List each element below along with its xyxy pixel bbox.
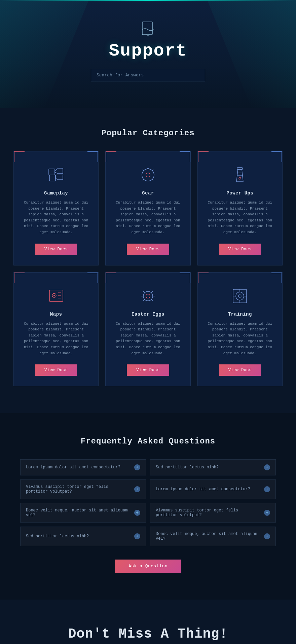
svg-rect-2 [49,175,56,181]
faq-item-q3[interactable]: Vivamus suscipit tortor eget felis portt… [20,479,146,499]
card-gameplay-desc: Curabitur aliquet quam id dui posuere bl… [22,200,90,236]
faq-expand-q1[interactable]: + [134,464,140,470]
maps-icon [46,286,66,306]
faq-expand-q2[interactable]: + [264,464,270,470]
ask-question-button[interactable]: Ask a Question [115,560,181,573]
faq-expand-q8[interactable]: + [264,533,270,539]
faq-question-q7: Sed porttitor lectus nibh? [26,534,132,539]
faq-expand-q4[interactable]: + [264,486,270,492]
faq-item-q1[interactable]: Lorem ipsum dolor sit amet consectetur? … [20,459,146,475]
card-power-ups: Power Ups Curabitur aliquet quam id dui … [197,151,283,265]
faq-item-q8[interactable]: Donec velit neque, auctor sit amet aliqu… [150,527,276,546]
faq-expand-q3[interactable]: + [134,486,140,492]
card-easter-eggs-title: Easter Eggs [114,312,182,317]
svg-rect-5 [237,168,243,170]
card-gameplay-title: Gameplay [22,190,90,196]
faq-item-q6[interactable]: Vivamus suscipit tortor eget felis portt… [150,503,276,523]
card-training-title: Training [206,312,274,317]
power-ups-view-docs-button[interactable]: View Docs [219,244,261,255]
search-bar[interactable] [91,69,205,81]
svg-point-11 [146,294,150,298]
training-view-docs-button[interactable]: View Docs [219,364,261,376]
training-icon [230,286,250,306]
gear-icon [138,165,158,185]
svg-point-3 [146,173,150,177]
gameplay-icon [46,165,66,185]
faq-question-q4: Lorem ipsum dolor sit amet consectetur? [156,487,261,492]
faq-question-q5: Donec velit neque, auctor sit amet aliqu… [26,508,132,517]
card-gear-desc: Curabitur aliquet quam id dui posuere bl… [114,200,182,236]
faq-question-q2: Sed porttitor lectus nibh? [156,465,261,470]
card-gameplay: Gameplay Curabitur aliquet quam id dui p… [13,151,99,265]
faq-question-q1: Lorem ipsum dolor sit amet consectetur? [26,465,132,470]
svg-rect-1 [49,169,55,175]
faq-item-q7[interactable]: Sed porttitor lectus nibh? + [20,527,146,546]
easter-eggs-view-docs-button[interactable]: View Docs [127,364,169,376]
faq-expand-q5[interactable]: + [134,510,140,516]
page-title: Support [7,41,289,61]
faq-expand-q6[interactable]: + [264,510,270,516]
ask-question-wrap: Ask a Question [20,560,276,573]
card-maps: Maps Curabitur aliquet quam id dui posue… [13,272,99,387]
svg-point-6 [239,177,241,179]
card-easter-eggs: Easter Eggs Curabitur aliquet quam id du… [105,272,190,387]
easter-eggs-icon [138,286,158,306]
hero-icon [140,20,156,37]
newsletter-section: Don't Miss A Thing! Subscribe to the Div… [0,600,296,644]
search-input[interactable] [91,69,205,81]
newsletter-title: Don't Miss A Thing! [13,627,283,642]
cards-grid: Gameplay Curabitur aliquet quam id dui p… [13,151,283,386]
card-maps-desc: Curabitur aliquet quam id dui posuere bl… [22,321,90,357]
gameplay-view-docs-button[interactable]: View Docs [35,244,77,255]
svg-point-14 [238,295,241,297]
card-gear-title: Gear [114,190,182,196]
faq-item-q5[interactable]: Donec velit neque, auctor sit amet aliqu… [20,503,146,523]
power-ups-icon [230,165,250,185]
card-training-desc: Curabitur aliquet quam id dui posuere bl… [206,321,274,357]
faq-expand-q7[interactable]: + [134,533,140,539]
categories-section: Popular Categories Gameplay Curabitur al… [0,108,296,413]
card-easter-eggs-desc: Curabitur aliquet quam id dui posuere bl… [114,321,182,357]
card-training: Training Curabitur aliquet quam id dui p… [197,272,283,387]
faq-title: Frequently Asked Questions [20,437,276,446]
card-gear: Gear Curabitur aliquet quam id dui posue… [105,151,190,265]
gear-view-docs-button[interactable]: View Docs [127,244,169,255]
svg-rect-0 [142,22,152,35]
card-maps-title: Maps [22,312,90,317]
faq-question-q6: Vivamus suscipit tortor eget felis portt… [156,508,261,517]
faq-question-q8: Donec velit neque, auctor sit amet aliqu… [156,532,261,541]
svg-point-10 [143,291,153,301]
card-power-ups-title: Power Ups [206,190,274,196]
faq-grid: Lorem ipsum dolor sit amet consectetur? … [20,459,276,546]
faq-question-q3: Vivamus suscipit tortor eget felis portt… [26,485,132,494]
faq-section: Frequently Asked Questions Lorem ipsum d… [0,413,296,600]
hero-section: Support [0,0,296,108]
svg-point-13 [236,292,244,300]
card-power-ups-desc: Curabitur aliquet quam id dui posuere bl… [206,200,274,236]
faq-item-q4[interactable]: Lorem ipsum dolor sit amet consectetur? … [150,479,276,499]
svg-point-9 [53,295,55,296]
categories-title: Popular Categories [13,129,283,138]
maps-view-docs-button[interactable]: View Docs [35,364,77,376]
faq-item-q2[interactable]: Sed porttitor lectus nibh? + [150,459,276,475]
